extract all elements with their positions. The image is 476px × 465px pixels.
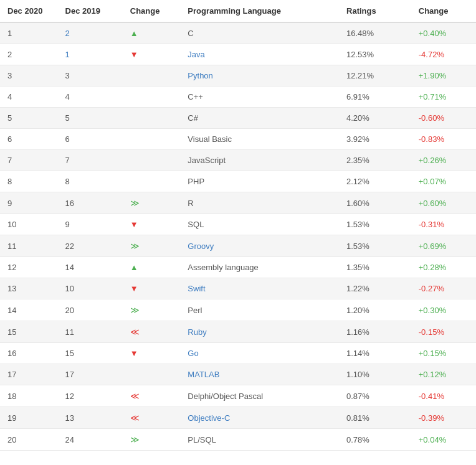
language-name: Assembly language [180,257,339,278]
rank-dec2020: 8 [0,171,58,192]
rank-dec2020: 20 [0,429,58,451]
ratings-value: 1.16% [339,321,411,343]
language-name[interactable]: Python [180,65,339,87]
header-change: Change [123,0,181,22]
rank-dec2020: 16 [0,343,58,364]
rank-dec2020: 13 [0,278,58,299]
ratings-value: 1.14% [339,343,411,364]
rank-dec2019: 6 [58,129,123,150]
change-percent: -0.60% [411,108,476,129]
rank-dec2019: 11 [58,321,123,343]
rank-dec2019: 14 [58,257,123,278]
table-row: 1420≫Perl1.20%+0.30% [0,299,476,321]
language-link[interactable]: Objective-C [188,413,230,423]
language-name[interactable]: Java [180,44,339,65]
ratings-value: 12.53% [339,44,411,65]
arrow-down-double-icon: ≪ [130,413,140,423]
rank-dec2020: 2 [0,44,58,65]
language-link[interactable]: Groovy [188,242,214,251]
rank-dec2020: 1 [0,22,58,44]
language-link[interactable]: Ruby [188,327,206,337]
change-percent: +0.60% [411,192,476,214]
table-row: 12▲C16.48%+0.40% [0,22,476,44]
language-link[interactable]: MATLAB [188,370,219,379]
change-percent: -0.39% [411,407,476,429]
rank-dec2019: 7 [58,150,123,171]
arrow-down-double-icon: ≪ [130,391,140,401]
rank-dec2020: 17 [0,364,58,385]
change-icon-cell [123,87,181,108]
change-icon-cell: ▼ [123,278,181,299]
language-name: Perl [180,299,339,321]
arrow-down-icon: ▼ [130,284,138,293]
ratings-value: 1.53% [339,214,411,235]
language-link[interactable]: Python [188,71,212,80]
ratings-value: 2.12% [339,171,411,192]
rank-dec2019: 17 [58,364,123,385]
table-row: 1812≪Delphi/Object Pascal0.87%-0.41% [0,385,476,407]
ratings-value: 0.81% [339,407,411,429]
arrow-down-double-icon: ≪ [130,327,140,337]
table-row: 1913≪Objective-C0.81%-0.39% [0,407,476,429]
rank-dec2020: 11 [0,235,58,257]
change-icon-cell: ≫ [123,299,181,321]
ratings-value: 1.35% [339,257,411,278]
ratings-value: 3.92% [339,129,411,150]
rank-dec2019: 16 [58,192,123,214]
language-name[interactable]: MATLAB [180,364,339,385]
tiobe-index-table: Dec 2020 Dec 2019 Change Programming Lan… [0,0,476,451]
rank-dec2019: 3 [58,65,123,87]
rank-dec2019: 10 [58,278,123,299]
ratings-value: 1.20% [339,299,411,321]
header-dec2019: Dec 2019 [58,0,123,22]
rank-dec2020: 18 [0,385,58,407]
change-percent: -0.41% [411,385,476,407]
change-percent: -0.27% [411,278,476,299]
language-name[interactable]: Go [180,343,339,364]
rank-dec2020: 4 [0,87,58,108]
language-name: R [180,192,339,214]
ratings-value: 0.87% [339,385,411,407]
language-name[interactable]: Ruby [180,321,339,343]
language-name[interactable]: Objective-C [180,407,339,429]
rank-dec2019: 20 [58,299,123,321]
change-percent: +0.30% [411,299,476,321]
table-row: 88PHP2.12%+0.07% [0,171,476,192]
dec2019-link[interactable]: 2 [65,29,70,38]
ratings-value: 16.48% [339,22,411,44]
rank-dec2019: 13 [58,407,123,429]
table-row: 1214▲Assembly language1.35%+0.28% [0,257,476,278]
rank-dec2019: 24 [58,429,123,451]
language-link[interactable]: Swift [188,284,205,293]
change-icon-cell [123,150,181,171]
rank-dec2020: 9 [0,192,58,214]
dec2019-link[interactable]: 1 [65,50,70,59]
table-row: 1310▼Swift1.22%-0.27% [0,278,476,299]
rank-dec2019[interactable]: 2 [58,22,123,44]
change-icon-cell: ▼ [123,214,181,235]
rank-dec2020: 5 [0,108,58,129]
rank-dec2020: 19 [0,407,58,429]
ratings-value: 1.10% [339,364,411,385]
rank-dec2019[interactable]: 1 [58,44,123,65]
rank-dec2020: 3 [0,65,58,87]
change-icon-cell: ≫ [123,192,181,214]
rank-dec2020: 15 [0,321,58,343]
rank-dec2020: 12 [0,257,58,278]
language-name[interactable]: Swift [180,278,339,299]
change-percent: +0.04% [411,429,476,451]
change-percent: +0.26% [411,150,476,171]
rank-dec2019: 22 [58,235,123,257]
language-name: PHP [180,171,339,192]
change-percent: +0.12% [411,364,476,385]
ratings-value: 1.60% [339,192,411,214]
ratings-value: 0.78% [339,429,411,451]
language-link[interactable]: Java [188,50,204,59]
table-row: 66Visual Basic3.92%-0.83% [0,129,476,150]
change-icon-cell [123,65,181,87]
change-percent: +1.90% [411,65,476,87]
change-percent: +0.69% [411,235,476,257]
language-name: JavaScript [180,150,339,171]
language-name[interactable]: Groovy [180,235,339,257]
language-link[interactable]: Go [188,349,198,358]
